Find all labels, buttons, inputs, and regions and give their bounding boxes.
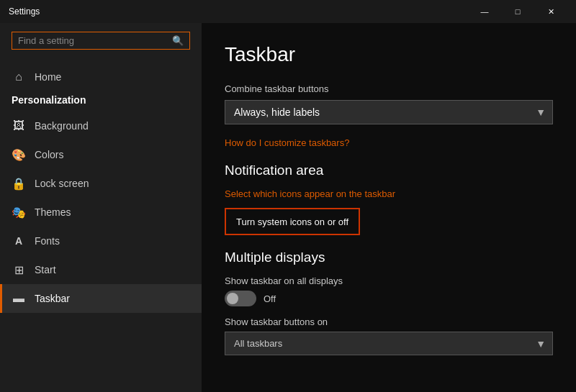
window-controls: — □ ✕ [468, 0, 567, 23]
sidebar-item-start[interactable]: ⊞ Start [0, 255, 202, 284]
combine-label: Combine taskbar buttons [225, 83, 553, 94]
colors-icon: 🎨 [12, 147, 26, 162]
customize-taskbars-link[interactable]: How do I customize taskbars? [225, 137, 349, 148]
sidebar-item-lockscreen[interactable]: 🔒 Lock screen [0, 169, 202, 198]
sidebar-item-colors-label: Colors [35, 149, 63, 160]
sidebar-item-taskbar[interactable]: ▬ Taskbar [0, 284, 202, 313]
show-all-displays-label: Show taskbar on all displays [225, 275, 553, 286]
sidebar-item-fonts[interactable]: A Fonts [0, 227, 202, 255]
toggle-row: Off [225, 291, 553, 306]
page-title: Taskbar [225, 43, 553, 66]
sidebar-item-home[interactable]: ⌂ Home [0, 63, 202, 91]
sidebar-item-taskbar-label: Taskbar [35, 293, 70, 304]
select-icons-link[interactable]: Select which icons appear on the taskbar [225, 188, 553, 199]
sidebar-item-background[interactable]: 🖼 Background [0, 111, 202, 140]
show-buttons-dropdown-wrapper: All taskbarsMain taskbar and taskbar whe… [225, 332, 553, 355]
search-icon: 🔍 [172, 35, 184, 46]
show-all-toggle[interactable] [225, 291, 256, 306]
main-content: 🔍 ⌂ Home Personalization 🖼 Background 🎨 … [0, 23, 576, 392]
sidebar-header: 🔍 [0, 23, 202, 63]
window-title: Settings [9, 6, 468, 17]
maximize-button[interactable]: □ [501, 0, 534, 23]
sidebar-item-colors[interactable]: 🎨 Colors [0, 140, 202, 169]
show-buttons-dropdown[interactable]: All taskbarsMain taskbar and taskbar whe… [225, 332, 553, 355]
title-bar: Settings — □ ✕ [0, 0, 576, 23]
search-box[interactable]: 🔍 [12, 32, 190, 50]
sidebar-item-lockscreen-label: Lock screen [35, 178, 89, 189]
sidebar-item-background-label: Background [35, 120, 89, 132]
sidebar-item-themes-label: Themes [35, 206, 71, 218]
fonts-icon: A [12, 234, 26, 248]
search-input[interactable] [18, 35, 172, 46]
combine-dropdown-wrapper: Always, hide labelsWhen taskbar is fullN… [225, 100, 553, 124]
sidebar-item-fonts-label: Fonts [35, 235, 60, 247]
notification-area-title: Notification area [225, 163, 553, 178]
minimize-button[interactable]: — [468, 0, 501, 23]
show-buttons-label: Show taskbar buttons on [225, 316, 553, 327]
sidebar-item-start-label: Start [35, 264, 56, 275]
background-icon: 🖼 [12, 119, 26, 133]
combine-dropdown[interactable]: Always, hide labelsWhen taskbar is fullN… [225, 100, 553, 124]
toggle-knob [227, 293, 238, 304]
multiple-displays-title: Multiple displays [225, 250, 553, 265]
sidebar-item-home-label: Home [35, 71, 61, 83]
personalization-label: Personalization [0, 91, 202, 111]
close-button[interactable]: ✕ [534, 0, 567, 23]
system-icons-text: Turn system icons on or off [236, 216, 348, 227]
sidebar-item-themes[interactable]: 🎭 Themes [0, 198, 202, 227]
themes-icon: 🎭 [12, 205, 26, 219]
toggle-state-label: Off [264, 293, 276, 304]
home-icon: ⌂ [12, 70, 26, 84]
taskbar-icon: ▬ [12, 291, 26, 306]
right-panel: Taskbar Combine taskbar buttons Always, … [202, 23, 576, 392]
sidebar: 🔍 ⌂ Home Personalization 🖼 Background 🎨 … [0, 23, 202, 392]
lockscreen-icon: 🔒 [12, 176, 26, 191]
start-icon: ⊞ [12, 263, 26, 277]
system-icons-box[interactable]: Turn system icons on or off [225, 208, 360, 235]
